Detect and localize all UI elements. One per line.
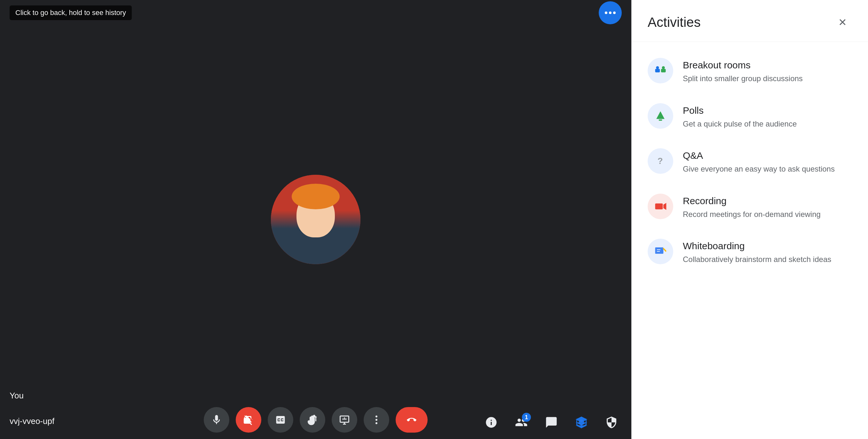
breakout-rooms-text: Breakout rooms Split into smaller group …: [683, 58, 852, 84]
recording-name: Recording: [683, 196, 852, 206]
qa-icon: ?: [653, 154, 668, 168]
more-options-button[interactable]: [599, 1, 622, 24]
activities-panel: Activities ✕ Breakout rooms Split into s…: [631, 0, 868, 439]
activity-qa[interactable]: ? Q&A Give everyone an easy way to ask q…: [632, 139, 868, 184]
svg-marker-8: [656, 111, 664, 119]
recording-icon: [653, 199, 668, 213]
captions-button[interactable]: [268, 407, 293, 433]
breakout-rooms-desc: Split into smaller group discussions: [683, 73, 852, 84]
svg-text:?: ?: [657, 156, 663, 166]
whiteboarding-text: Whiteboarding Collaboratively brainstorm…: [683, 239, 852, 265]
polls-name: Polls: [683, 105, 852, 116]
whiteboarding-icon-wrap: [648, 239, 673, 264]
svg-rect-5: [661, 69, 666, 72]
top-bar: Click to go back, hold to see history: [0, 0, 631, 26]
svg-point-7: [662, 66, 665, 69]
end-call-button[interactable]: [396, 407, 428, 433]
breakout-rooms-icon-wrap: [648, 58, 673, 83]
svg-rect-13: [655, 248, 663, 254]
breakout-rooms-icon: [653, 64, 668, 78]
mic-button[interactable]: [204, 407, 229, 433]
svg-line-14: [663, 248, 665, 251]
svg-rect-9: [659, 120, 662, 121]
activity-breakout-rooms[interactable]: Breakout rooms Split into smaller group …: [632, 48, 868, 94]
polls-desc: Get a quick pulse of the audience: [683, 119, 852, 129]
whiteboarding-name: Whiteboarding: [683, 241, 852, 251]
svg-point-0: [375, 416, 377, 417]
close-panel-button[interactable]: ✕: [833, 13, 852, 32]
qa-text: Q&A Give everyone an easy way to ask que…: [683, 148, 852, 174]
present-button[interactable]: [332, 407, 357, 433]
chat-icon: [545, 416, 558, 429]
activities-icon: [575, 415, 588, 430]
meeting-info-button[interactable]: [481, 412, 501, 433]
security-button[interactable]: [601, 412, 622, 433]
panel-header: Activities ✕: [632, 0, 868, 42]
activities-list: Breakout rooms Split into smaller group …: [632, 42, 868, 439]
svg-point-1: [375, 419, 377, 421]
camera-button[interactable]: [236, 407, 261, 433]
whiteboarding-icon: [653, 244, 668, 259]
more-options-toolbar-button[interactable]: [364, 407, 389, 433]
three-dots-icon: [605, 11, 616, 14]
activity-whiteboarding[interactable]: Whiteboarding Collaboratively brainstorm…: [632, 229, 868, 274]
activity-polls[interactable]: Polls Get a quick pulse of the audience: [632, 94, 868, 139]
end-call-icon: [404, 415, 419, 425]
info-icon: [485, 416, 498, 429]
raise-hand-button[interactable]: [300, 407, 325, 433]
raise-hand-icon: [307, 414, 318, 426]
activity-recording[interactable]: Recording Record meetings for on-demand …: [632, 184, 868, 229]
mic-icon: [211, 414, 222, 426]
whiteboarding-desc: Collaboratively brainstorm and sketch id…: [683, 254, 852, 265]
more-vert-icon: [371, 414, 382, 426]
svg-rect-11: [655, 204, 663, 209]
chat-button[interactable]: [541, 412, 562, 433]
recording-text: Recording Record meetings for on-demand …: [683, 194, 852, 220]
shield-icon: [605, 416, 618, 429]
bottom-right-controls: 1: [481, 412, 622, 433]
activities-button[interactable]: [571, 412, 592, 433]
svg-rect-4: [655, 69, 660, 72]
back-tooltip[interactable]: Click to go back, hold to see history: [9, 5, 132, 20]
panel-title: Activities: [648, 15, 701, 30]
breakout-rooms-name: Breakout rooms: [683, 60, 852, 71]
captions-icon: [275, 414, 286, 426]
person-avatar: [271, 175, 361, 264]
svg-point-2: [375, 423, 377, 424]
polls-icon-wrap: [648, 103, 673, 129]
qa-name: Q&A: [683, 150, 852, 161]
video-content: [0, 0, 631, 439]
polls-icon: [653, 109, 668, 123]
participant-label: You: [9, 391, 24, 401]
svg-point-3: [579, 419, 584, 425]
qa-icon-wrap: ?: [648, 148, 673, 174]
camera-off-icon: [243, 414, 254, 426]
participant-video: [271, 175, 361, 264]
main-video-area: Click to go back, hold to see history Yo…: [0, 0, 631, 439]
recording-icon-wrap: [648, 194, 673, 219]
recording-desc: Record meetings for on-demand viewing: [683, 209, 852, 220]
polls-text: Polls Get a quick pulse of the audience: [683, 103, 852, 129]
present-icon: [339, 414, 350, 426]
people-button[interactable]: 1: [511, 412, 531, 433]
svg-point-6: [656, 66, 659, 69]
svg-marker-12: [663, 203, 666, 210]
qa-desc: Give everyone an easy way to ask questio…: [683, 164, 852, 174]
people-badge: 1: [522, 413, 531, 422]
